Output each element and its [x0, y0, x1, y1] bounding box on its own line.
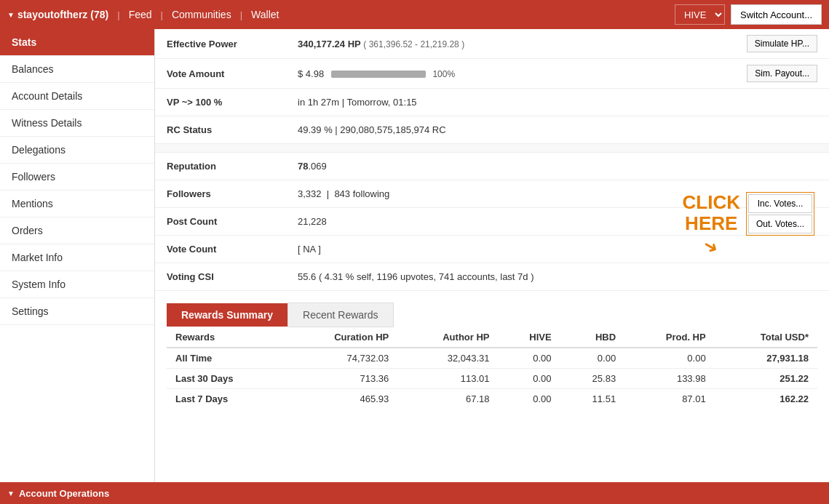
click-arrow-icon: ➜ — [700, 234, 723, 259]
col-hive: HIVE — [499, 327, 560, 348]
communities-link[interactable]: Communities — [172, 9, 231, 20]
account-dropdown-icon: ▼ — [7, 11, 15, 19]
total-usd-cell: 251.22 — [715, 369, 817, 389]
effective-power-label: Effective Power — [167, 39, 298, 49]
sidebar-item-balances[interactable]: Balances — [0, 56, 154, 83]
inc-votes-button[interactable]: Inc. Votes... — [748, 194, 812, 213]
col-hbd: HBD — [560, 327, 625, 348]
table-row: Last 7 Days 465.93 67.18 0.00 11.51 87.0… — [167, 389, 817, 409]
rewards-summary-tab[interactable]: Rewards Summary — [167, 303, 287, 327]
simulate-hp-button[interactable]: Simulate HP... — [747, 35, 817, 52]
table-row: Last 30 Days 713.36 113.01 0.00 25.83 13… — [167, 369, 817, 389]
sidebar-item-orders[interactable]: Orders — [0, 217, 154, 244]
total-usd-cell: 27,931.18 — [715, 348, 817, 369]
rc-status-label: RC Status — [167, 124, 298, 135]
period-cell: All Time — [167, 348, 285, 369]
sidebar-item-witness-details[interactable]: Witness Details — [0, 110, 154, 137]
vote-amount-row: Vote Amount $ 4.98 100% Sim. Payout... — [155, 59, 829, 89]
vote-amount-label: Vote Amount — [167, 68, 298, 79]
switch-account-button[interactable]: Switch Account... — [731, 4, 822, 25]
total-usd-cell: 162.22 — [715, 389, 817, 409]
sidebar-item-mentions[interactable]: Mentions — [0, 191, 154, 217]
effective-power-row: Effective Power 340,177.24 HP ( 361,396.… — [155, 29, 829, 59]
col-total-usd: Total USD* — [715, 327, 817, 348]
voting-csi-value: 55.6 ( 4.31 % self, 1196 upvotes, 741 ac… — [298, 271, 817, 282]
sep3: | — [240, 9, 242, 20]
curation-hp-cell: 713.36 — [285, 369, 397, 389]
rc-status-value: 49.39 % | 290,080,575,185,974 RC — [298, 124, 817, 135]
table-row: All Time 74,732.03 32,043.31 0.00 0.00 0… — [167, 348, 817, 369]
vote-count-label: Vote Count — [167, 244, 298, 255]
sidebar-item-followers[interactable]: Followers — [0, 164, 154, 191]
col-author-hp: Author HP — [397, 327, 498, 348]
account-operations-label: Account Operations — [19, 488, 109, 499]
hbd-cell: 25.83 — [560, 369, 625, 389]
sidebar: Stats Balances Account Details Witness D… — [0, 29, 155, 482]
reputation-label: Reputation — [167, 161, 298, 172]
out-votes-button[interactable]: Out. Votes... — [748, 215, 812, 233]
period-cell: Last 30 Days — [167, 369, 285, 389]
curation-hp-cell: 465.93 — [285, 389, 397, 409]
reputation-row: Reputation 78.069 — [155, 153, 829, 180]
sidebar-item-system-info[interactable]: System Info — [0, 271, 154, 298]
network-select[interactable]: HIVE — [675, 4, 725, 25]
account-reputation: (78) — [90, 9, 108, 20]
col-curation-hp: Curation HP — [285, 327, 397, 348]
rc-status-row: RC Status 49.39 % | 290,080,575,185,974 … — [155, 116, 829, 144]
account-name: stayoutoftherz — [17, 9, 87, 20]
account-menu[interactable]: ▼ stayoutoftherz (78) — [7, 9, 108, 20]
prod-hp-cell: 87.01 — [624, 389, 715, 409]
vote-amount-value: $ 4.98 100% — [298, 68, 747, 79]
sim-payout-button[interactable]: Sim. Payout... — [747, 65, 817, 82]
curation-hp-cell: 74,732.03 — [285, 348, 397, 369]
bottom-triangle-icon: ▼ — [7, 489, 15, 497]
reputation-value: 78.069 — [298, 161, 817, 172]
sidebar-item-delegations[interactable]: Delegations — [0, 137, 154, 164]
votes-buttons-container: Inc. Votes... Out. Votes... — [746, 192, 814, 236]
col-prod-hp: Prod. HP — [624, 327, 715, 348]
sidebar-item-settings[interactable]: Settings — [0, 298, 154, 325]
click-here-text: CLICK HERE ➜ — [683, 192, 740, 257]
author-hp-cell: 113.01 — [397, 369, 498, 389]
recent-rewards-tab[interactable]: Recent Rewards — [287, 303, 394, 327]
period-cell: Last 7 Days — [167, 389, 285, 409]
author-hp-cell: 67.18 — [397, 389, 498, 409]
followers-label: Followers — [167, 188, 298, 199]
hbd-cell: 0.00 — [560, 348, 625, 369]
wallet-link[interactable]: Wallet — [251, 9, 279, 20]
sidebar-item-market-info[interactable]: Market Info — [0, 244, 154, 271]
click-here-line1: CLICK — [683, 192, 740, 213]
sidebar-item-stats[interactable]: Stats — [0, 29, 154, 56]
hive-cell: 0.00 — [499, 348, 560, 369]
vp-label: VP ~> 100 % — [167, 97, 298, 108]
vp-value: in 1h 27m | Tomorrow, 01:15 — [298, 97, 817, 108]
voting-csi-row: Voting CSI 55.6 ( 4.31 % self, 1196 upvo… — [155, 263, 829, 291]
effective-power-value: 340,177.24 HP ( 361,396.52 - 21,219.28 ) — [298, 39, 747, 49]
vote-count-row: Vote Count [ NA ] CLICK HERE ➜ Inc. Vote… — [155, 236, 829, 263]
click-here-annotation: CLICK HERE ➜ Inc. Votes... Out. Votes... — [683, 192, 814, 257]
hbd-cell: 11.51 — [560, 389, 625, 409]
content-area: Effective Power 340,177.24 HP ( 361,396.… — [155, 29, 829, 482]
prod-hp-cell: 0.00 — [624, 348, 715, 369]
bottom-bar-text: ▼ Account Operations — [7, 488, 109, 499]
rewards-tabs: Rewards Summary Recent Rewards — [167, 303, 817, 327]
hive-cell: 0.00 — [499, 389, 560, 409]
rewards-table-header: Rewards Curation HP Author HP HIVE HBD P… — [167, 327, 817, 348]
top-nav: ▼ stayoutoftherz (78) | Feed | Communiti… — [0, 0, 829, 29]
sep2: | — [161, 9, 163, 20]
sidebar-item-account-details[interactable]: Account Details — [0, 83, 154, 110]
prod-hp-cell: 133.98 — [624, 369, 715, 389]
simulate-hp-action: Simulate HP... — [747, 35, 817, 52]
rewards-table: Rewards Curation HP Author HP HIVE HBD P… — [167, 327, 817, 409]
sim-payout-action: Sim. Payout... — [747, 65, 817, 82]
main-layout: Stats Balances Account Details Witness D… — [0, 29, 829, 482]
col-rewards: Rewards — [167, 327, 285, 348]
feed-link[interactable]: Feed — [129, 9, 152, 20]
separator1 — [155, 144, 829, 153]
sep1: | — [117, 9, 119, 20]
author-hp-cell: 32,043.31 — [397, 348, 498, 369]
bottom-bar: ▼ Account Operations — [0, 482, 829, 504]
vp-row: VP ~> 100 % in 1h 27m | Tomorrow, 01:15 — [155, 89, 829, 116]
post-count-label: Post Count — [167, 216, 298, 227]
rewards-section: Rewards Summary Recent Rewards Rewards C… — [155, 291, 829, 409]
